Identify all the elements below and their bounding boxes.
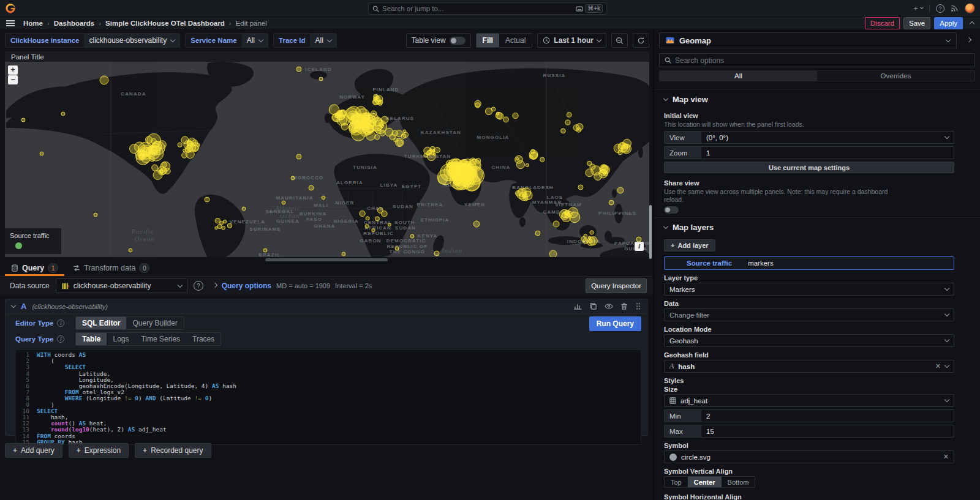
save-button[interactable]: Save bbox=[903, 17, 930, 29]
logs-option[interactable]: Logs bbox=[107, 333, 135, 345]
location-mode-select[interactable]: Geohash bbox=[664, 334, 954, 347]
map-zoom-in-button[interactable]: + bbox=[8, 65, 18, 75]
variable-service-name[interactable]: Service Name All bbox=[185, 33, 268, 48]
share-view-toggle[interactable] bbox=[664, 206, 679, 214]
layer-item-source-traffic[interactable]: Source traffic markers bbox=[664, 256, 954, 270]
divider bbox=[929, 4, 930, 13]
time-series-option[interactable]: Time Series bbox=[135, 333, 186, 345]
align-center-option[interactable]: Center bbox=[688, 477, 722, 487]
layer-type-select[interactable]: Markers bbox=[664, 283, 954, 296]
tab-transform-data[interactable]: Transform data 0 bbox=[67, 261, 156, 276]
add-layer-button[interactable]: +Add layer bbox=[664, 239, 715, 252]
options-search-input[interactable]: Search options bbox=[659, 53, 975, 67]
add-recorded-query-button[interactable]: +Recorded query bbox=[135, 443, 211, 458]
visualization-picker[interactable]: Geomap bbox=[659, 32, 957, 48]
query-inspector-button[interactable]: Query Inspector bbox=[586, 278, 647, 293]
svg-text:BURKINA: BURKINA bbox=[300, 211, 327, 217]
variable-clickhouse-instance[interactable]: ClickHouse instance clickhouse-observabi… bbox=[5, 33, 180, 48]
size-field-select[interactable]: adj_heat bbox=[664, 394, 954, 407]
datasource-help-icon[interactable]: ? bbox=[194, 281, 203, 291]
layer-type-label: Layer type bbox=[664, 274, 954, 282]
traces-option[interactable]: Traces bbox=[186, 333, 221, 345]
svg-text:BELARUS: BELARUS bbox=[386, 116, 414, 121]
collapse-header-icon[interactable] bbox=[970, 21, 974, 26]
map-zoom-out-button[interactable]: − bbox=[8, 75, 18, 84]
drag-handle-icon[interactable] bbox=[635, 302, 641, 310]
keyboard-icon bbox=[576, 6, 583, 12]
datasource-picker[interactable]: clickhouse-observability bbox=[56, 278, 187, 293]
breadcrumb-home[interactable]: Home bbox=[23, 20, 43, 27]
tab-overrides[interactable]: Overrides bbox=[817, 71, 974, 81]
sql-line: 1WITH coords AS bbox=[16, 352, 641, 358]
delete-query-icon[interactable] bbox=[620, 302, 628, 310]
svg-text:THE CONGO: THE CONGO bbox=[390, 249, 425, 255]
add-query-button[interactable]: +Add query bbox=[5, 443, 62, 458]
tab-all[interactable]: All bbox=[660, 71, 817, 81]
chevron-down-icon bbox=[944, 337, 949, 342]
query-row-header[interactable]: A (clickhouse-observability) bbox=[6, 299, 647, 314]
world-map[interactable]: RUSSIACANADAICELANDNORWAYFINLANDBELARUSK… bbox=[5, 62, 649, 257]
geohash-field-select[interactable]: A hash ✕ bbox=[664, 360, 954, 373]
share-view-label: Share view bbox=[664, 179, 954, 187]
section-map-view[interactable]: Map view bbox=[654, 89, 980, 108]
query-builder-option[interactable]: Query Builder bbox=[126, 317, 183, 329]
map-attribution-button[interactable]: i bbox=[635, 242, 644, 251]
variable-trace-id[interactable]: Trace Id All bbox=[273, 33, 337, 48]
collapse-options-icon[interactable] bbox=[963, 40, 975, 42]
query-stats-icon[interactable] bbox=[574, 302, 582, 310]
max-input[interactable]: 15 bbox=[701, 425, 954, 438]
news-icon[interactable] bbox=[951, 4, 959, 12]
symbol-label: Symbol bbox=[664, 442, 954, 449]
new-menu-button[interactable]: ＋ bbox=[912, 3, 923, 13]
plus-icon: + bbox=[13, 446, 17, 455]
chevron-right-icon[interactable] bbox=[212, 282, 217, 287]
zoom-out-time-button[interactable] bbox=[611, 33, 628, 48]
table-view-toggle[interactable]: Table view bbox=[406, 33, 471, 48]
align-bottom-option[interactable]: Bottom bbox=[722, 477, 755, 487]
clear-icon[interactable]: ✕ bbox=[943, 453, 949, 461]
toggle-switch[interactable] bbox=[450, 37, 466, 45]
view-select[interactable]: (0°, 0°) bbox=[701, 131, 954, 144]
chevron-down-icon bbox=[170, 37, 175, 42]
actual-option[interactable]: Actual bbox=[499, 34, 532, 47]
breadcrumb-dashboards[interactable]: Dashboards bbox=[54, 20, 94, 27]
grafana-logo[interactable] bbox=[5, 3, 16, 14]
add-expression-button[interactable]: +Expression bbox=[69, 443, 129, 458]
query-tabs: Query 1 Transform data 0 bbox=[0, 261, 653, 277]
discard-button[interactable]: Discard bbox=[865, 17, 900, 29]
symbol-select[interactable]: circle.svg ✕ bbox=[664, 450, 954, 463]
table-option[interactable]: Table bbox=[76, 333, 107, 345]
svg-text:RUSSIA: RUSSIA bbox=[543, 73, 566, 78]
section-map-layers[interactable]: Map layers bbox=[654, 217, 980, 236]
help-icon[interactable]: ? bbox=[936, 4, 944, 13]
tab-query[interactable]: Query 1 bbox=[5, 261, 64, 276]
map-canvas: RUSSIACANADAICELANDNORWAYFINLANDBELARUSK… bbox=[5, 62, 649, 257]
collapse-query-icon[interactable] bbox=[11, 303, 16, 308]
min-input[interactable]: 2 bbox=[701, 409, 954, 422]
svg-text:NIGER: NIGER bbox=[336, 200, 355, 206]
sql-editor-option[interactable]: SQL Editor bbox=[76, 317, 126, 329]
svg-text:REPUBLIC OF: REPUBLIC OF bbox=[387, 244, 428, 249]
clear-icon[interactable]: ✕ bbox=[935, 362, 941, 370]
fill-option[interactable]: Fill bbox=[477, 34, 499, 47]
time-range-picker[interactable]: Last 1 hour bbox=[537, 33, 606, 48]
fill-actual-switch: Fill Actual bbox=[476, 33, 533, 48]
run-query-button[interactable]: Run Query bbox=[589, 316, 641, 331]
zoom-input[interactable]: 1 bbox=[701, 146, 954, 159]
sql-code-editor[interactable]: 1WITH coords AS2 (3 SELECT4 Latitude,5 L… bbox=[15, 349, 641, 445]
apply-button[interactable]: Apply bbox=[934, 17, 963, 29]
scrollbar[interactable] bbox=[649, 205, 652, 259]
global-search-input[interactable]: Search or jump to... ⌘+k bbox=[368, 2, 607, 15]
use-current-map-settings-button[interactable]: Use current map settings bbox=[664, 162, 954, 173]
breadcrumb-dashboard-name[interactable]: Simple ClickHouse OTel Dashboard bbox=[105, 20, 225, 27]
align-top-option[interactable]: Top bbox=[665, 477, 688, 487]
refresh-button[interactable] bbox=[633, 33, 649, 48]
styles-label: Styles bbox=[664, 377, 954, 384]
query-options-link[interactable]: Query options bbox=[222, 282, 271, 290]
panel-title[interactable]: Panel Title bbox=[5, 51, 649, 62]
user-avatar[interactable] bbox=[965, 3, 975, 13]
menu-toggle-icon[interactable] bbox=[6, 20, 15, 26]
duplicate-query-icon[interactable] bbox=[589, 302, 597, 310]
hide-response-icon[interactable] bbox=[605, 302, 613, 310]
data-filter-select[interactable]: Change filter bbox=[664, 308, 954, 321]
